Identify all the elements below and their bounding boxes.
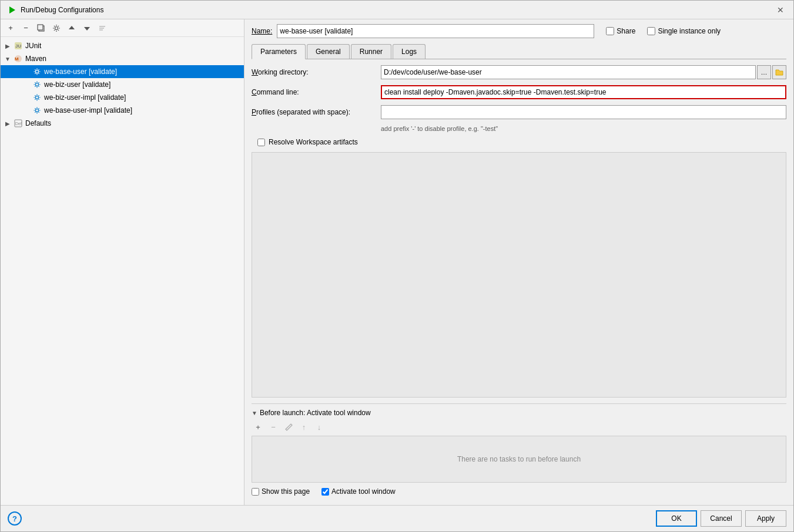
launch-up-button: ↑ xyxy=(297,420,310,433)
we-base-user-impl-label: we-base-user-impl [validate] xyxy=(44,106,132,115)
single-instance-checkbox[interactable] xyxy=(647,27,655,35)
working-dir-browse-button[interactable]: … xyxy=(757,65,771,79)
working-directory-input-group: … xyxy=(381,65,786,79)
footer-left: ? xyxy=(8,511,22,526)
svg-rect-2 xyxy=(38,25,43,30)
title-bar-left: Run/Debug Configurations xyxy=(8,5,103,15)
svg-point-14 xyxy=(36,109,39,112)
before-launch-collapse-icon[interactable]: ▼ xyxy=(252,410,257,416)
before-launch-section: ▼ Before launch: Activate tool window + … xyxy=(252,403,786,500)
expand-maven-icon: ▼ xyxy=(4,55,11,62)
tab-runner[interactable]: Runner xyxy=(351,44,391,59)
tree-item-we-biz-user-impl[interactable]: we-biz-user-impl [validate] xyxy=(1,91,244,104)
close-button[interactable]: ✕ xyxy=(775,4,786,16)
svg-point-12 xyxy=(36,83,39,86)
share-label: Share xyxy=(617,27,635,35)
command-line-label: Command line: xyxy=(252,88,381,96)
tab-parameters[interactable]: Parameters xyxy=(252,44,306,59)
tab-logs[interactable]: Logs xyxy=(393,44,426,59)
we-biz-user-impl-label: we-biz-user-impl [validate] xyxy=(44,93,126,102)
profiles-input[interactable] xyxy=(381,105,786,119)
spacer3-icon xyxy=(23,94,30,101)
move-up-button[interactable] xyxy=(65,22,78,35)
main-content: + − xyxy=(1,19,793,505)
profiles-row: Profiles (separated with space): xyxy=(252,105,786,119)
launch-toolbar: + − ↑ ↓ xyxy=(252,420,786,433)
tree-item-we-base-user[interactable]: we-base-user [validate] xyxy=(1,65,244,78)
launch-remove-button: − xyxy=(267,420,280,433)
launch-down-button: ↓ xyxy=(313,420,326,433)
remove-config-button[interactable]: − xyxy=(19,22,32,35)
sort-button xyxy=(96,22,109,35)
help-button[interactable]: ? xyxy=(8,511,22,526)
svg-point-3 xyxy=(55,26,58,29)
we-base-user-impl-gear-icon xyxy=(32,106,42,115)
working-directory-label: Working directory: xyxy=(252,68,381,76)
working-directory-row: Working directory: … xyxy=(252,65,786,79)
defaults-label: Defaults xyxy=(25,119,51,127)
maven-label: Maven xyxy=(25,55,46,63)
tree-item-junit[interactable]: ▶ JU JUnit xyxy=(1,39,244,52)
tabs-row: Parameters General Runner Logs xyxy=(252,44,786,59)
share-checkbox[interactable] xyxy=(606,27,614,35)
left-panel: + − xyxy=(1,19,244,505)
run-icon xyxy=(8,5,17,15)
we-base-user-gear-icon xyxy=(32,67,42,76)
launch-tasks-box: There are no tasks to run before launch xyxy=(252,436,786,483)
cancel-button[interactable]: Cancel xyxy=(701,510,742,527)
defaults-icon: Def xyxy=(14,119,23,128)
we-base-user-label: we-base-user [validate] xyxy=(44,68,117,76)
resolve-workspace-row: Resolve Workspace artifacts xyxy=(252,138,786,146)
footer-right: OK Cancel Apply xyxy=(656,510,786,527)
we-biz-user-label: we-biz-user [validate] xyxy=(44,80,110,89)
resolve-workspace-checkbox[interactable] xyxy=(257,139,265,146)
share-group: Share xyxy=(606,27,635,35)
expand-defaults-icon: ▶ xyxy=(4,120,11,127)
command-line-input[interactable] xyxy=(381,85,786,99)
profiles-hint: add prefix '-' to disable profile, e.g. … xyxy=(252,125,786,132)
working-directory-input[interactable] xyxy=(381,65,756,79)
show-page-checkbox[interactable] xyxy=(252,488,259,496)
dialog-title: Run/Debug Configurations xyxy=(21,6,103,14)
launch-edit-button xyxy=(282,420,295,433)
profiles-label: Profiles (separated with space): xyxy=(252,108,381,116)
svg-text:M: M xyxy=(15,56,19,62)
ok-button[interactable]: OK xyxy=(656,510,697,527)
working-dir-folder-button[interactable] xyxy=(772,65,786,79)
copy-config-button[interactable] xyxy=(35,22,48,35)
tree-item-we-base-user-impl[interactable]: we-base-user-impl [validate] xyxy=(1,104,244,117)
dialog-footer: ? OK Cancel Apply xyxy=(1,505,793,531)
command-line-row: Command line: xyxy=(252,85,786,99)
tree-item-maven[interactable]: ▼ M Maven xyxy=(1,52,244,65)
tree-item-we-biz-user[interactable]: we-biz-user [validate] xyxy=(1,78,244,91)
svg-point-13 xyxy=(36,96,39,99)
we-biz-user-impl-gear-icon xyxy=(32,93,42,102)
svg-text:JU: JU xyxy=(15,43,21,49)
config-toolbar: + − xyxy=(1,19,244,37)
tree-item-defaults[interactable]: ▶ Def Defaults xyxy=(1,117,244,130)
activate-tool-window-label: Activate tool window xyxy=(331,487,396,496)
apply-button[interactable]: Apply xyxy=(745,510,786,527)
show-this-page-item: Show this page xyxy=(252,487,310,496)
junit-icon: JU xyxy=(14,41,23,50)
tab-general[interactable]: General xyxy=(307,44,350,59)
svg-text:Def: Def xyxy=(15,122,22,126)
launch-add-button[interactable]: + xyxy=(252,420,264,433)
settings-config-button[interactable] xyxy=(50,22,63,35)
move-down-button[interactable] xyxy=(81,22,93,35)
expand-junit-icon: ▶ xyxy=(4,42,11,49)
title-bar: Run/Debug Configurations ✕ xyxy=(1,1,793,19)
name-label: Name: xyxy=(252,27,272,35)
resolve-workspace-label: Resolve Workspace artifacts xyxy=(269,138,358,146)
add-config-button[interactable]: + xyxy=(4,22,17,35)
run-debug-configurations-dialog: Run/Debug Configurations ✕ + − xyxy=(0,0,794,532)
bottom-checkboxes: Show this page Activate tool window xyxy=(252,487,786,496)
maven-icon: M xyxy=(14,54,23,63)
junit-label: JUnit xyxy=(25,42,41,50)
activate-tool-window-item: Activate tool window xyxy=(321,487,396,496)
name-input[interactable] xyxy=(277,24,594,38)
svg-marker-0 xyxy=(9,6,15,14)
before-launch-header: ▼ Before launch: Activate tool window xyxy=(252,409,786,417)
activate-tool-window-checkbox[interactable] xyxy=(321,488,329,496)
single-instance-group: Single instance only xyxy=(647,27,721,35)
